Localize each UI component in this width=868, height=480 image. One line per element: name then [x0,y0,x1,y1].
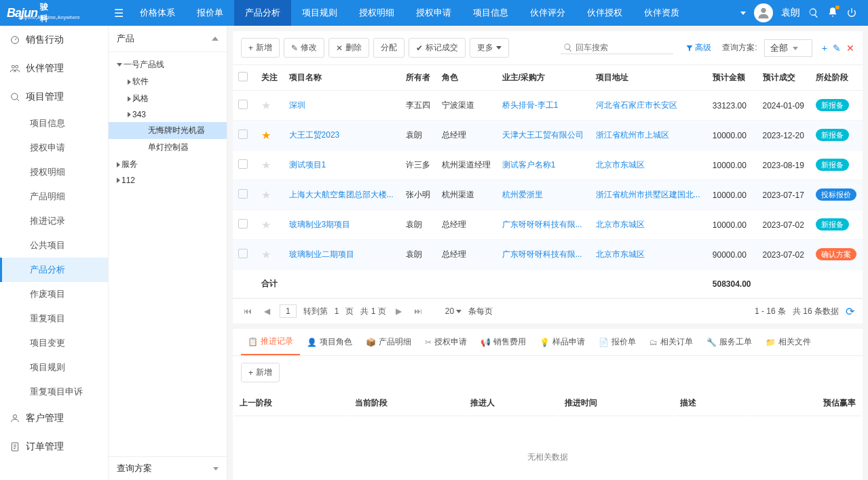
topnav-item[interactable]: 价格体系 [129,0,186,26]
topnav-item[interactable]: 项目规则 [291,0,348,26]
tab[interactable]: ✂授权申请 [418,329,474,355]
topnav-item[interactable]: 伙伴资质 [633,0,690,26]
row-checkbox[interactable] [238,219,248,228]
topnav-item[interactable]: 产品分析 [234,0,291,26]
assign-button[interactable]: 分配 [373,38,404,58]
first-page-button[interactable]: ⏮ [241,306,254,316]
tab[interactable]: 📋推进记录 [241,329,300,355]
search-icon[interactable] [808,7,819,18]
tree-node[interactable]: 服务 [109,156,227,173]
table-row[interactable]: ★深圳李五四宁波渠道桥头排骨-李工1河北省石家庄市长安区33123.002024… [233,91,863,121]
last-page-button[interactable]: ⏭ [411,306,425,316]
tab[interactable]: 📁相关文件 [759,329,818,355]
sidebar-item[interactable]: 项目规则 [0,355,108,380]
tree-node[interactable]: 软件 [109,73,227,90]
prev-page-button[interactable]: ◀ [261,306,273,316]
tab[interactable]: 📄报价单 [592,329,643,355]
table-header[interactable]: 项目名称 [284,65,400,91]
buyer-link[interactable]: 广东呀呀呀科技有限... [502,220,582,229]
table-header[interactable]: 角色 [436,65,497,91]
tab[interactable]: 👤项目角色 [300,329,359,355]
table-header[interactable]: 预计金额 [707,65,757,91]
tree-node[interactable]: 单灯控制器 [109,139,227,156]
topnav-item[interactable]: 项目信息 [462,0,519,26]
star-icon[interactable]: ★ [261,100,271,111]
edit-scheme-icon[interactable]: ✎ [833,43,841,54]
star-icon[interactable]: ★ [261,219,271,231]
table-header[interactable]: 关注 [256,65,284,91]
topnav-item[interactable]: 伙伴评分 [519,0,576,26]
tree-node[interactable]: 风格 [109,90,227,107]
sidebar-section[interactable]: 销售行动 [0,26,108,54]
addr-link[interactable]: 北京市东城区 [596,249,645,259]
power-icon[interactable] [846,7,857,18]
topnav-item[interactable]: 授权申请 [405,0,462,26]
table-row[interactable]: ★测试项目1许三多杭州渠道经理测试客户名称1北京市东城区10000.002023… [233,151,863,180]
star-icon[interactable]: ★ [261,159,271,171]
sidebar-item[interactable]: 推进记录 [0,209,108,233]
tree-node[interactable]: 一号产品线 [109,56,227,73]
buyer-link[interactable]: 桥头排骨-李工1 [502,100,559,110]
topnav-item[interactable]: 授权明细 [348,0,405,26]
project-name-link[interactable]: 测试项目1 [289,160,326,169]
sidebar-item[interactable]: 重复项目申诉 [0,380,108,404]
tree-header[interactable]: 产品 [109,26,227,52]
sidebar-item[interactable]: 公共项目 [0,233,108,258]
tab[interactable]: 📢销售费用 [474,329,533,355]
table-row[interactable]: ★玻璃制业二期项目袁朗总经理广东呀呀呀科技有限...北京市东城区90000.00… [233,240,863,270]
menu-toggle-icon[interactable]: ☰ [109,7,129,20]
sidebar-item[interactable]: 产品明细 [0,184,108,209]
more-button[interactable]: 更多 [470,38,509,58]
table-row[interactable]: ★大王工贸2023袁朗总经理天津大王工贸有限公司浙江省杭州市上城区10000.0… [233,121,863,151]
edit-button[interactable]: ✎修改 [284,38,324,58]
sidebar-section[interactable]: 项目管理 [0,83,108,111]
project-name-link[interactable]: 玻璃制业3期项目 [289,220,351,229]
tree-node[interactable]: 无悔牌时光机器 [109,122,227,139]
sidebar-section[interactable]: 伙伴管理 [0,54,108,83]
project-name-link[interactable]: 上海大大航空集团总部大楼... [289,190,394,199]
sidebar-item[interactable]: 授权申请 [0,136,108,160]
delete-scheme-icon[interactable]: ✕ [846,43,854,54]
addr-link[interactable]: 河北省石家庄市长安区 [596,100,677,110]
tree-node[interactable]: 112 [109,173,227,188]
refresh-icon[interactable]: ⟳ [846,305,854,318]
mark-button[interactable]: ✔标记成交 [409,38,466,58]
addr-link[interactable]: 浙江省杭州市拱墅区建国北... [596,190,700,199]
checkbox-all[interactable] [238,72,248,81]
star-icon[interactable]: ★ [261,249,271,260]
table-header[interactable]: 所处阶段 [810,65,863,91]
tab[interactable]: 📦产品明细 [359,329,418,355]
tab[interactable]: 🗂相关订单 [643,329,700,355]
row-checkbox[interactable] [238,159,248,169]
next-page-button[interactable]: ▶ [393,306,404,316]
avatar[interactable] [754,3,773,22]
table-wrap[interactable]: 关注项目名称所有者角色业主/采购方项目地址预计金额预计成交所处阶段 ★深圳李五四… [233,65,863,298]
addr-link[interactable]: 浙江省杭州市上城区 [596,130,669,140]
table-header[interactable]: 业主/采购方 [497,65,590,91]
buyer-link[interactable]: 杭州爱浙里 [502,190,543,199]
sidebar-item[interactable]: 项目变更 [0,331,108,355]
buyer-link[interactable]: 测试客户名称1 [502,160,556,169]
sidebar-item[interactable]: 授权明细 [0,160,108,184]
row-checkbox[interactable] [238,100,248,109]
addr-link[interactable]: 北京市东城区 [596,160,645,169]
table-header[interactable]: 所有者 [400,65,436,91]
project-name-link[interactable]: 大王工贸2023 [289,130,340,140]
table-header[interactable]: 预计成交 [757,65,810,91]
add-button[interactable]: +新增 [241,38,280,58]
table-row[interactable]: ★玻璃制业3期项目袁朗总经理广东呀呀呀科技有限...北京市东城区10000.00… [233,210,863,240]
delete-button[interactable]: ✕删除 [328,38,369,58]
tree-footer[interactable]: 查询方案 [109,456,227,480]
star-icon[interactable]: ★ [261,189,271,201]
scheme-select[interactable]: 全部 [764,39,812,57]
row-checkbox[interactable] [238,249,248,258]
buyer-link[interactable]: 广东呀呀呀科技有限... [502,249,582,259]
row-checkbox[interactable] [238,189,248,199]
sidebar-item[interactable]: 项目信息 [0,111,108,136]
table-row[interactable]: ★上海大大航空集团总部大楼...张小明杭州渠道杭州爱浙里浙江省杭州市拱墅区建国北… [233,180,863,210]
sidebar-section[interactable]: 客户管理 [0,404,108,433]
table-header[interactable]: 项目地址 [590,65,707,91]
bell-button[interactable] [827,7,838,20]
tab[interactable]: 🔧服务工单 [700,329,759,355]
add-scheme-icon[interactable]: + [822,43,827,54]
